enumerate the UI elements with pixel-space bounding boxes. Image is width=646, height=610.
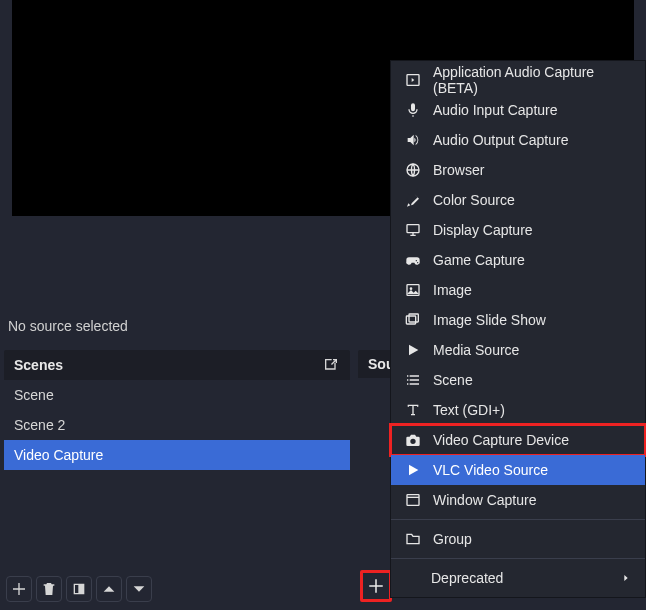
scenes-dock-buttons	[6, 576, 152, 602]
svg-rect-2	[407, 225, 419, 233]
chevron-down-icon	[131, 581, 147, 597]
menu-item[interactable]: Image	[391, 275, 645, 305]
menu-item[interactable]: Media Source	[391, 335, 645, 365]
menu-item[interactable]: Color Source	[391, 185, 645, 215]
globe-icon	[405, 162, 421, 178]
app-audio-icon	[405, 72, 421, 88]
menu-item-label: Group	[433, 531, 472, 547]
menu-item-label: Audio Output Capture	[433, 132, 568, 148]
menu-item[interactable]: Audio Input Capture	[391, 95, 645, 125]
menu-separator	[391, 519, 645, 520]
menu-item-label: Audio Input Capture	[433, 102, 558, 118]
text-icon	[405, 402, 421, 418]
plus-icon	[11, 581, 27, 597]
svg-point-4	[410, 287, 413, 290]
scenes-header: Scenes	[4, 350, 350, 380]
status-no-source: No source selected	[6, 318, 442, 334]
menu-item[interactable]: Audio Output Capture	[391, 125, 645, 155]
add-scene-button[interactable]	[6, 576, 32, 602]
slides-icon	[405, 312, 421, 328]
play-icon	[405, 462, 421, 478]
trash-icon	[41, 581, 57, 597]
speaker-icon	[405, 132, 421, 148]
detach-icon[interactable]	[322, 356, 340, 374]
move-scene-up-button[interactable]	[96, 576, 122, 602]
menu-item-label: Video Capture Device	[433, 432, 569, 448]
chevron-right-icon	[621, 573, 631, 583]
list-icon	[405, 372, 421, 388]
menu-item-label: Image	[433, 282, 472, 298]
mic-icon	[405, 102, 421, 118]
add-source-menu: Application Audio Capture (BETA)Audio In…	[390, 60, 646, 598]
menu-item[interactable]: Deprecated	[391, 563, 645, 593]
menu-item[interactable]: Text (GDI+)	[391, 395, 645, 425]
menu-item[interactable]: Image Slide Show	[391, 305, 645, 335]
svg-rect-6	[409, 314, 418, 322]
monitor-icon	[405, 222, 421, 238]
menu-item-label: Scene	[433, 372, 473, 388]
menu-item-label: Window Capture	[433, 492, 537, 508]
image-icon	[405, 282, 421, 298]
play-icon	[405, 342, 421, 358]
menu-item-label: Color Source	[433, 192, 515, 208]
menu-item[interactable]: Browser	[391, 155, 645, 185]
menu-item-label: Display Capture	[433, 222, 533, 238]
scenes-list: SceneScene 2Video Capture	[4, 380, 350, 570]
menu-item-label: Image Slide Show	[433, 312, 546, 328]
list-item[interactable]: Scene	[4, 380, 350, 410]
scenes-title: Scenes	[14, 357, 63, 373]
chevron-up-icon	[101, 581, 117, 597]
menu-item[interactable]: Group	[391, 524, 645, 554]
menu-item[interactable]: Window Capture	[391, 485, 645, 515]
camera-icon	[405, 432, 421, 448]
menu-item-label: Deprecated	[431, 570, 503, 586]
menu-item-label: VLC Video Source	[433, 462, 548, 478]
menu-separator	[391, 558, 645, 559]
menu-item[interactable]: Application Audio Capture (BETA)	[391, 65, 645, 95]
brush-icon	[405, 192, 421, 208]
remove-scene-button[interactable]	[36, 576, 62, 602]
window-icon	[405, 492, 421, 508]
menu-item[interactable]: Video Capture Device	[391, 425, 645, 455]
folder-icon	[405, 531, 421, 547]
svg-rect-5	[406, 316, 415, 324]
svg-rect-7	[407, 495, 419, 506]
menu-item[interactable]: Game Capture	[391, 245, 645, 275]
plus-icon	[367, 577, 385, 595]
gamepad-icon	[405, 252, 421, 268]
menu-item-label: Media Source	[433, 342, 519, 358]
menu-item[interactable]: VLC Video Source	[391, 455, 645, 485]
add-source-button[interactable]	[360, 570, 392, 602]
menu-item-label: Text (GDI+)	[433, 402, 505, 418]
scene-filter-icon	[71, 581, 87, 597]
menu-item-label: Game Capture	[433, 252, 525, 268]
menu-item[interactable]: Display Capture	[391, 215, 645, 245]
scenes-panel: Scenes SceneScene 2Video Capture	[4, 350, 350, 570]
list-item[interactable]: Video Capture	[4, 440, 350, 470]
menu-item-label: Application Audio Capture (BETA)	[433, 64, 631, 96]
list-item[interactable]: Scene 2	[4, 410, 350, 440]
menu-item[interactable]: Scene	[391, 365, 645, 395]
menu-item-label: Browser	[433, 162, 484, 178]
scene-filters-button[interactable]	[66, 576, 92, 602]
move-scene-down-button[interactable]	[126, 576, 152, 602]
